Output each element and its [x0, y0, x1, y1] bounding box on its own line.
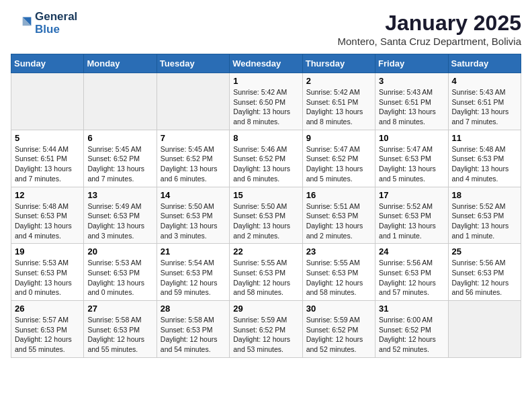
day-number: 1	[233, 76, 298, 86]
day-number: 31	[379, 304, 444, 314]
day-number: 25	[452, 246, 517, 257]
day-number: 3	[379, 76, 444, 86]
day-cell: 9Sunrise: 5:47 AM Sunset: 6:52 PM Daylig…	[302, 130, 375, 187]
weekday-tuesday: Tuesday	[157, 54, 229, 73]
day-number: 22	[233, 246, 298, 257]
day-info: Sunrise: 5:57 AM Sunset: 6:53 PM Dayligh…	[15, 315, 80, 355]
day-number: 19	[15, 246, 80, 257]
day-cell: 15Sunrise: 5:50 AM Sunset: 6:53 PM Dayli…	[230, 187, 302, 244]
day-cell: 24Sunrise: 5:56 AM Sunset: 6:53 PM Dayli…	[375, 244, 448, 301]
day-cell: 17Sunrise: 5:52 AM Sunset: 6:53 PM Dayli…	[375, 187, 448, 244]
day-cell: 28Sunrise: 5:58 AM Sunset: 6:53 PM Dayli…	[157, 301, 229, 358]
week-row-3: 12Sunrise: 5:48 AM Sunset: 6:53 PM Dayli…	[11, 187, 521, 244]
day-number: 20	[87, 246, 152, 257]
day-info: Sunrise: 5:56 AM Sunset: 6:53 PM Dayligh…	[452, 258, 517, 298]
day-cell: 22Sunrise: 5:55 AM Sunset: 6:53 PM Dayli…	[230, 244, 302, 301]
weekday-saturday: Saturday	[448, 54, 521, 73]
day-info: Sunrise: 5:56 AM Sunset: 6:53 PM Dayligh…	[379, 258, 444, 298]
day-info: Sunrise: 5:47 AM Sunset: 6:53 PM Dayligh…	[379, 144, 444, 184]
day-number: 21	[161, 246, 226, 257]
day-info: Sunrise: 5:58 AM Sunset: 6:53 PM Dayligh…	[161, 315, 226, 355]
day-cell: 23Sunrise: 5:55 AM Sunset: 6:53 PM Dayli…	[302, 244, 375, 301]
day-cell: 19Sunrise: 5:53 AM Sunset: 6:53 PM Dayli…	[11, 244, 84, 301]
day-number: 29	[233, 304, 298, 314]
day-cell: 1Sunrise: 5:42 AM Sunset: 6:50 PM Daylig…	[230, 73, 302, 130]
calendar-title: January 2025	[338, 11, 521, 36]
day-number: 7	[161, 133, 226, 143]
day-info: Sunrise: 5:43 AM Sunset: 6:51 PM Dayligh…	[452, 87, 517, 127]
day-cell: 4Sunrise: 5:43 AM Sunset: 6:51 PM Daylig…	[448, 73, 521, 130]
day-number: 14	[161, 190, 226, 200]
day-info: Sunrise: 5:42 AM Sunset: 6:51 PM Dayligh…	[306, 87, 371, 127]
day-info: Sunrise: 5:44 AM Sunset: 6:51 PM Dayligh…	[15, 144, 80, 184]
day-info: Sunrise: 5:52 AM Sunset: 6:53 PM Dayligh…	[452, 201, 517, 241]
day-number: 11	[452, 133, 517, 143]
day-cell	[11, 73, 84, 130]
weekday-sunday: Sunday	[11, 54, 84, 73]
day-info: Sunrise: 5:43 AM Sunset: 6:51 PM Dayligh…	[379, 87, 444, 127]
logo-text: General Blue	[35, 11, 77, 36]
week-row-4: 19Sunrise: 5:53 AM Sunset: 6:53 PM Dayli…	[11, 244, 521, 301]
day-number: 4	[452, 76, 517, 86]
day-number: 17	[379, 190, 444, 200]
day-number: 6	[87, 133, 152, 143]
day-number: 24	[379, 246, 444, 257]
day-info: Sunrise: 5:51 AM Sunset: 6:53 PM Dayligh…	[306, 201, 371, 241]
day-info: Sunrise: 5:52 AM Sunset: 6:53 PM Dayligh…	[379, 201, 444, 241]
day-info: Sunrise: 5:55 AM Sunset: 6:53 PM Dayligh…	[306, 258, 371, 298]
day-number: 13	[87, 190, 152, 200]
day-info: Sunrise: 5:59 AM Sunset: 6:52 PM Dayligh…	[233, 315, 298, 355]
day-number: 27	[87, 304, 152, 314]
day-cell: 2Sunrise: 5:42 AM Sunset: 6:51 PM Daylig…	[302, 73, 375, 130]
weekday-thursday: Thursday	[302, 54, 375, 73]
weekday-monday: Monday	[84, 54, 157, 73]
day-info: Sunrise: 5:47 AM Sunset: 6:52 PM Dayligh…	[306, 144, 371, 184]
day-cell: 6Sunrise: 5:45 AM Sunset: 6:52 PM Daylig…	[84, 130, 157, 187]
week-row-1: 1Sunrise: 5:42 AM Sunset: 6:50 PM Daylig…	[11, 73, 521, 130]
week-row-2: 5Sunrise: 5:44 AM Sunset: 6:51 PM Daylig…	[11, 130, 521, 187]
day-number: 28	[161, 304, 226, 314]
day-cell: 12Sunrise: 5:48 AM Sunset: 6:53 PM Dayli…	[11, 187, 84, 244]
calendar-body: 1Sunrise: 5:42 AM Sunset: 6:50 PM Daylig…	[11, 73, 521, 358]
day-cell: 21Sunrise: 5:54 AM Sunset: 6:53 PM Dayli…	[157, 244, 229, 301]
title-block: January 2025 Montero, Santa Cruz Departm…	[338, 11, 521, 47]
day-cell: 14Sunrise: 5:50 AM Sunset: 6:53 PM Dayli…	[157, 187, 229, 244]
day-cell: 29Sunrise: 5:59 AM Sunset: 6:52 PM Dayli…	[230, 301, 302, 358]
day-info: Sunrise: 5:53 AM Sunset: 6:53 PM Dayligh…	[15, 258, 80, 298]
day-number: 9	[306, 133, 371, 143]
day-number: 26	[15, 304, 80, 314]
day-number: 10	[379, 133, 444, 143]
day-number: 30	[306, 304, 371, 314]
day-number: 15	[233, 190, 298, 200]
day-info: Sunrise: 5:48 AM Sunset: 6:53 PM Dayligh…	[452, 144, 517, 184]
day-cell: 13Sunrise: 5:49 AM Sunset: 6:53 PM Dayli…	[84, 187, 157, 244]
day-info: Sunrise: 5:50 AM Sunset: 6:53 PM Dayligh…	[161, 201, 226, 241]
day-cell: 27Sunrise: 5:58 AM Sunset: 6:53 PM Dayli…	[84, 301, 157, 358]
week-row-5: 26Sunrise: 5:57 AM Sunset: 6:53 PM Dayli…	[11, 301, 521, 358]
day-number: 18	[452, 190, 517, 200]
day-info: Sunrise: 5:42 AM Sunset: 6:50 PM Dayligh…	[233, 87, 298, 127]
day-info: Sunrise: 6:00 AM Sunset: 6:52 PM Dayligh…	[379, 315, 444, 355]
day-number: 5	[15, 133, 80, 143]
day-cell: 7Sunrise: 5:45 AM Sunset: 6:52 PM Daylig…	[157, 130, 229, 187]
weekday-header-row: SundayMondayTuesdayWednesdayThursdayFrid…	[11, 54, 521, 73]
day-cell: 30Sunrise: 5:59 AM Sunset: 6:52 PM Dayli…	[302, 301, 375, 358]
day-number: 16	[306, 190, 371, 200]
day-cell: 11Sunrise: 5:48 AM Sunset: 6:53 PM Dayli…	[448, 130, 521, 187]
day-cell	[448, 301, 521, 358]
day-cell: 31Sunrise: 6:00 AM Sunset: 6:52 PM Dayli…	[375, 301, 448, 358]
day-info: Sunrise: 5:45 AM Sunset: 6:52 PM Dayligh…	[87, 144, 152, 184]
day-cell: 26Sunrise: 5:57 AM Sunset: 6:53 PM Dayli…	[11, 301, 84, 358]
day-info: Sunrise: 5:49 AM Sunset: 6:53 PM Dayligh…	[87, 201, 152, 241]
calendar-table: SundayMondayTuesdayWednesdayThursdayFrid…	[11, 54, 521, 358]
day-number: 2	[306, 76, 371, 86]
day-cell: 16Sunrise: 5:51 AM Sunset: 6:53 PM Dayli…	[302, 187, 375, 244]
day-number: 23	[306, 246, 371, 257]
day-info: Sunrise: 5:48 AM Sunset: 6:53 PM Dayligh…	[15, 201, 80, 241]
day-cell: 3Sunrise: 5:43 AM Sunset: 6:51 PM Daylig…	[375, 73, 448, 130]
day-info: Sunrise: 5:54 AM Sunset: 6:53 PM Dayligh…	[161, 258, 226, 298]
logo-icon	[11, 13, 32, 34]
day-number: 8	[233, 133, 298, 143]
day-info: Sunrise: 5:50 AM Sunset: 6:53 PM Dayligh…	[233, 201, 298, 241]
weekday-wednesday: Wednesday	[230, 54, 302, 73]
